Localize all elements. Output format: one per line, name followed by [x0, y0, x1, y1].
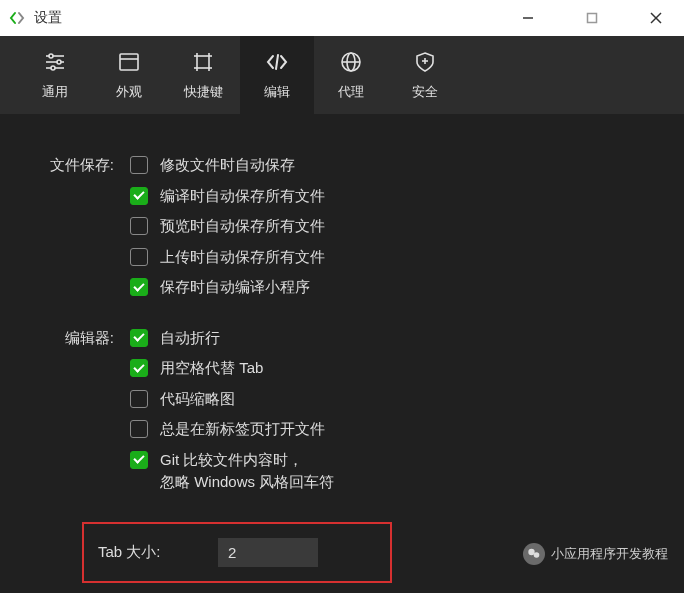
watermark-text: 小应用程序开发教程	[551, 545, 668, 563]
option-label: 总是在新标签页打开文件	[160, 418, 325, 441]
svg-point-7	[57, 60, 61, 64]
option-spaces-for-tab[interactable]: 用空格代替 Tab	[130, 357, 654, 380]
svg-rect-12	[197, 56, 209, 68]
checkbox[interactable]	[130, 156, 148, 174]
checkbox[interactable]	[130, 217, 148, 235]
option-save-on-upload[interactable]: 上传时自动保存所有文件	[130, 246, 654, 269]
tab-size-label: Tab 大小:	[98, 543, 218, 562]
window-title: 设置	[34, 9, 508, 27]
option-new-tab[interactable]: 总是在新标签页打开文件	[130, 418, 654, 441]
tab-proxy[interactable]: 代理	[314, 36, 388, 114]
tab-shortcuts[interactable]: 快捷键	[166, 36, 240, 114]
tab-general[interactable]: 通用	[18, 36, 92, 114]
checkbox[interactable]	[130, 329, 148, 347]
titlebar: 设置	[0, 0, 684, 36]
window-icon	[116, 49, 142, 75]
section-file-save: 文件保存: 修改文件时自动保存 编译时自动保存所有文件 预览时自动保存所有文件 …	[30, 154, 654, 307]
option-label: 修改文件时自动保存	[160, 154, 295, 177]
tab-label: 代理	[338, 83, 364, 101]
tab-size-highlight: Tab 大小:	[82, 522, 392, 583]
editor-options: 自动折行 用空格代替 Tab 代码缩略图 总是在新标签页打开文件 Git 比较文…	[130, 327, 654, 502]
option-label: 预览时自动保存所有文件	[160, 215, 325, 238]
shield-icon	[412, 49, 438, 75]
tab-label: 外观	[116, 83, 142, 101]
option-minimap[interactable]: 代码缩略图	[130, 388, 654, 411]
svg-point-9	[51, 66, 55, 70]
checkbox[interactable]	[130, 278, 148, 296]
checkbox[interactable]	[130, 451, 148, 469]
option-label: 用空格代替 Tab	[160, 357, 263, 380]
checkbox[interactable]	[130, 187, 148, 205]
maximize-button[interactable]	[572, 3, 612, 33]
minimize-button[interactable]	[508, 3, 548, 33]
option-git-ignore-cr[interactable]: Git 比较文件内容时， 忽略 Windows 风格回车符	[130, 449, 654, 494]
checkbox[interactable]	[130, 420, 148, 438]
svg-line-21	[276, 55, 278, 69]
code-icon	[264, 49, 290, 75]
tab-label: 安全	[412, 83, 438, 101]
tab-label: 通用	[42, 83, 68, 101]
option-label: 代码缩略图	[160, 388, 235, 411]
tab-edit[interactable]: 编辑	[240, 36, 314, 114]
option-label: 保存时自动编译小程序	[160, 276, 310, 299]
tab-appearance[interactable]: 外观	[92, 36, 166, 114]
svg-point-5	[49, 54, 53, 58]
close-button[interactable]	[636, 3, 676, 33]
option-label: 上传时自动保存所有文件	[160, 246, 325, 269]
settings-body: 文件保存: 修改文件时自动保存 编译时自动保存所有文件 预览时自动保存所有文件 …	[0, 114, 684, 593]
crop-icon	[190, 49, 216, 75]
option-save-on-preview[interactable]: 预览时自动保存所有文件	[130, 215, 654, 238]
tab-label: 快捷键	[184, 83, 223, 101]
option-save-on-modify[interactable]: 修改文件时自动保存	[130, 154, 654, 177]
watermark: 小应用程序开发教程	[523, 543, 668, 565]
tab-label: 编辑	[264, 83, 290, 101]
section-label: 编辑器:	[30, 327, 130, 502]
file-save-options: 修改文件时自动保存 编译时自动保存所有文件 预览时自动保存所有文件 上传时自动保…	[130, 154, 654, 307]
tab-security[interactable]: 安全	[388, 36, 462, 114]
sliders-icon	[42, 49, 68, 75]
option-word-wrap[interactable]: 自动折行	[130, 327, 654, 350]
svg-rect-10	[120, 54, 138, 70]
settings-tabs: 通用 外观 快捷键 编辑 代理	[0, 36, 684, 114]
content-area: 通用 外观 快捷键 编辑 代理	[0, 36, 684, 593]
option-compile-on-save[interactable]: 保存时自动编译小程序	[130, 276, 654, 299]
wechat-icon	[523, 543, 545, 565]
svg-rect-1	[588, 14, 597, 23]
app-icon	[8, 9, 26, 27]
tab-size-input[interactable]	[218, 538, 318, 567]
checkbox[interactable]	[130, 248, 148, 266]
option-label: Git 比较文件内容时， 忽略 Windows 风格回车符	[160, 449, 334, 494]
globe-icon	[338, 49, 364, 75]
checkbox[interactable]	[130, 390, 148, 408]
window-controls	[508, 3, 676, 33]
checkbox[interactable]	[130, 359, 148, 377]
option-label: 自动折行	[160, 327, 220, 350]
option-save-on-compile[interactable]: 编译时自动保存所有文件	[130, 185, 654, 208]
svg-point-27	[528, 549, 534, 555]
svg-point-28	[534, 552, 540, 558]
section-editor: 编辑器: 自动折行 用空格代替 Tab 代码缩略图 总是在新标签页打开文件	[30, 327, 654, 502]
section-label: 文件保存:	[30, 154, 130, 307]
option-label: 编译时自动保存所有文件	[160, 185, 325, 208]
